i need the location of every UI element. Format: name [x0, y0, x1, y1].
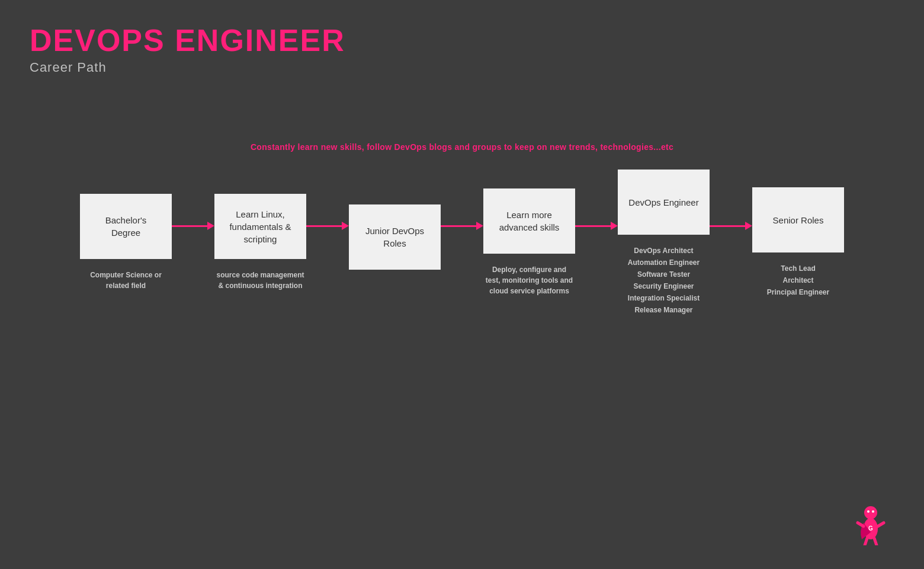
step-junior: Junior DevOpsRoles — [349, 204, 441, 280]
step-desc-advanced: Deploy, configure andtest, monitoring to… — [486, 264, 573, 296]
tagline-text: Constantly learn new skills, follow DevO… — [251, 142, 673, 152]
step-desc-bachelor: Computer Science orrelated field — [90, 270, 162, 291]
role-software-tester: Software Tester — [637, 269, 690, 280]
step-box-label-senior: Senior Roles — [773, 214, 824, 226]
step-box-bachelor: Bachelor'sDegree — [80, 194, 172, 259]
connector-line-5 — [710, 225, 745, 227]
step-bachelor: Bachelor'sDegree Computer Science orrela… — [80, 194, 172, 291]
step-advanced: Learn moreadvanced skills Deploy, config… — [483, 188, 575, 296]
connector-2 — [306, 222, 349, 230]
connector-line-2 — [306, 225, 342, 227]
step-linux: Learn Linux,fundamentals &scripting sour… — [214, 194, 306, 291]
connector-4 — [575, 222, 618, 230]
career-path-section: Constantly learn new skills, follow DevO… — [0, 142, 924, 315]
svg-point-7 — [867, 510, 870, 513]
role-tech-lead: Tech Lead — [781, 263, 815, 274]
connector-arrow-5 — [745, 222, 752, 230]
svg-line-3 — [858, 523, 864, 526]
svg-point-1 — [864, 506, 877, 519]
step-senior: Senior Roles Tech Lead Architect Princip… — [752, 187, 844, 298]
svg-point-8 — [872, 510, 874, 513]
connector-line-3 — [441, 225, 476, 227]
flow-container: Bachelor'sDegree Computer Science orrela… — [0, 170, 924, 315]
step-desc-linux: source code management& continuous integ… — [216, 270, 304, 291]
svg-line-6 — [874, 538, 877, 545]
connector-arrow-2 — [342, 222, 349, 230]
step-box-senior: Senior Roles — [752, 187, 844, 252]
connector-arrow-4 — [611, 222, 618, 230]
role-integration-specialist: Integration Specialist — [628, 293, 700, 303]
mascot: G — [853, 498, 888, 545]
role-security-engineer: Security Engineer — [633, 281, 694, 292]
role-principal-engineer: Principal Engineer — [767, 287, 829, 298]
step-box-linux: Learn Linux,fundamentals &scripting — [214, 194, 306, 259]
role-release-manager: Release Manager — [634, 305, 692, 315]
step-box-label-junior: Junior DevOpsRoles — [365, 225, 424, 250]
connector-3 — [441, 222, 483, 230]
connector-5 — [710, 222, 752, 230]
svg-line-5 — [865, 538, 867, 545]
step-desc-senior: Tech Lead Architect Principal Engineer — [767, 263, 829, 298]
role-automation-engineer: Automation Engineer — [628, 257, 700, 268]
step-box-label-linux: Learn Linux,fundamentals &scripting — [229, 208, 291, 245]
step-desc-devops: DevOps Architect Automation Engineer Sof… — [628, 245, 700, 315]
step-box-advanced: Learn moreadvanced skills — [483, 188, 575, 254]
page-subtitle: Career Path — [30, 60, 894, 75]
connector-arrow-1 — [207, 222, 214, 230]
step-box-label-devops: DevOps Engineer — [628, 196, 698, 209]
page-header: DEVOPS ENGINEER Career Path — [0, 0, 924, 75]
svg-line-4 — [878, 523, 884, 526]
step-box-devops: DevOps Engineer — [618, 170, 710, 235]
step-box-junior: Junior DevOpsRoles — [349, 204, 441, 270]
step-devops: DevOps Engineer DevOps Architect Automat… — [618, 170, 710, 315]
connector-arrow-3 — [476, 222, 483, 230]
step-box-label-advanced: Learn moreadvanced skills — [499, 209, 560, 234]
page-title: DEVOPS ENGINEER — [30, 24, 894, 57]
role-devops-architect: DevOps Architect — [634, 245, 693, 256]
connector-line-1 — [172, 225, 207, 227]
connector-1 — [172, 222, 214, 230]
role-architect: Architect — [782, 275, 813, 286]
step-box-label-bachelor: Bachelor'sDegree — [105, 214, 147, 239]
connector-line-4 — [575, 225, 611, 227]
